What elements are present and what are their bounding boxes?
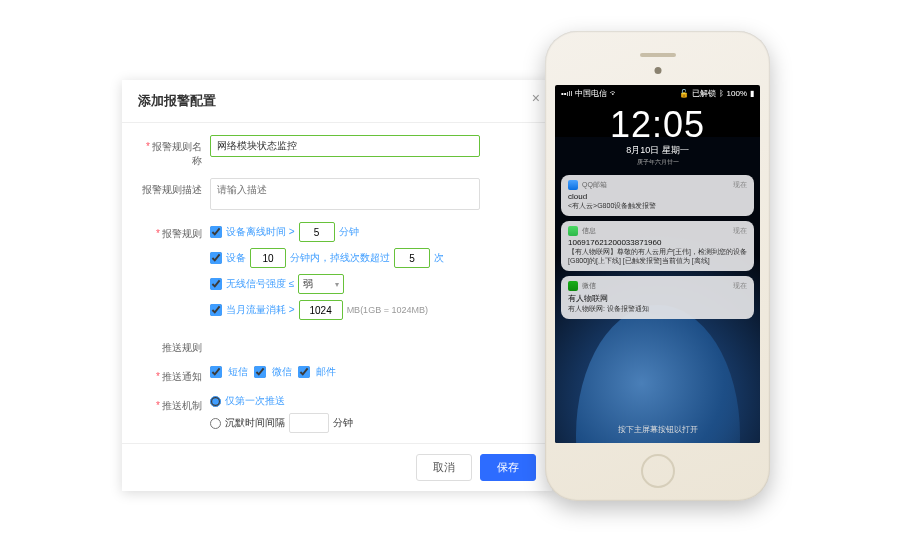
notif3-body: 有人物联网: 设备报警通知 [568, 304, 747, 313]
rule-desc-textarea[interactable] [210, 178, 480, 210]
notification-qqmail[interactable]: QQ邮箱 现在 cloud <有人云>G800设备触发报警 [561, 175, 754, 216]
push-email-checkbox[interactable] [298, 366, 310, 378]
rule1-unit: 分钟 [339, 225, 359, 239]
notification-sms[interactable]: 信息 现在 106917621200033871960 【有人物联网】尊敬的有人… [561, 221, 754, 271]
notif2-title: 106917621200033871960 [568, 238, 747, 247]
notif3-title: 有人物联网 [568, 293, 747, 304]
label-rule-desc: 报警规则描述 [138, 178, 210, 197]
notif2-body: 【有人物联网】尊敬的有人云用户[王伟]，检测到您的设备[G800]的[上下线] … [568, 247, 747, 265]
push-email-label: 邮件 [316, 365, 336, 379]
rule2-value-input[interactable] [250, 248, 286, 268]
date-label: 8月10日 星期一 [555, 144, 760, 157]
battery-icon: ▮ [750, 89, 754, 98]
rule3-select[interactable]: 弱▾ [298, 274, 344, 294]
chevron-down-icon: ▾ [335, 280, 339, 289]
wifi-icon: ᯤ [610, 89, 618, 98]
save-button[interactable]: 保存 [480, 454, 536, 481]
label-push-rules: 推送规则 [138, 336, 210, 355]
rule4-unit: MB(1GB = 1024MB) [347, 305, 428, 315]
rule4-checkbox[interactable] [210, 304, 222, 316]
push-sms-checkbox[interactable] [210, 366, 222, 378]
rule2-checkbox[interactable] [210, 252, 222, 264]
label-rule-name: *报警规则名称 [138, 135, 210, 168]
label-push-mech: *推送机制 [138, 394, 210, 413]
lunar-label: 庚子年六月廿一 [555, 158, 760, 167]
notif1-title: cloud [568, 192, 747, 201]
modal-title: 添加报警配置 [138, 92, 536, 110]
cancel-button[interactable]: 取消 [416, 454, 472, 481]
home-button[interactable] [641, 454, 675, 488]
push-wechat-checkbox[interactable] [254, 366, 266, 378]
rule2-label: 设备 [226, 251, 246, 265]
notifications: QQ邮箱 现在 cloud <有人云>G800设备触发报警 信息 现在 1069… [561, 175, 754, 319]
carrier-label: 中国电信 [575, 88, 607, 99]
label-alarm-rules: *报警规则 [138, 222, 210, 241]
rule3-checkbox[interactable] [210, 278, 222, 290]
sms-icon [568, 226, 578, 236]
rule2-unit: 次 [434, 251, 444, 265]
lock-icon: 🔓 [679, 89, 689, 98]
rule2-mid: 分钟内，掉线次数超过 [290, 251, 390, 265]
mech-silent-label: 沉默时间间隔 [225, 416, 285, 430]
notification-wechat[interactable]: 微信 现在 有人物联网 有人物联网: 设备报警通知 [561, 276, 754, 319]
modal-header: 添加报警配置 × [122, 80, 552, 123]
label-push-notify: *推送通知 [138, 365, 210, 384]
phone-screen: ••ıll 中国电信 ᯤ 🔓 已解锁 ᛒ 100% ▮ 12:05 8月10日 … [555, 85, 760, 443]
rule2-value2-input[interactable] [394, 248, 430, 268]
notif2-app: 信息 [582, 226, 596, 236]
modal-body: *报警规则名称 报警规则描述 *报警规则 设备离线时间 > 分钟 [122, 123, 552, 438]
push-sms-label: 短信 [228, 365, 248, 379]
rule4-value-input[interactable] [299, 300, 343, 320]
notif2-time: 现在 [733, 226, 747, 236]
mech-silent-input[interactable] [289, 413, 329, 433]
mech-silent-radio[interactable] [210, 418, 221, 429]
lock-clock: 12:05 8月10日 星期一 庚子年六月廿一 [555, 104, 760, 167]
unlock-hint: 按下主屏幕按钮以打开 [555, 424, 760, 435]
signal-icon: ••ıll [561, 89, 572, 98]
rule1-label: 设备离线时间 > [226, 225, 295, 239]
phone-mockup: ••ıll 中国电信 ᯤ 🔓 已解锁 ᛒ 100% ▮ 12:05 8月10日 … [545, 31, 770, 501]
alarm-config-modal: 添加报警配置 × *报警规则名称 报警规则描述 *报警规则 设备离线时间 > 分 [122, 80, 552, 491]
close-icon[interactable]: × [532, 90, 540, 106]
battery-label: 100% [727, 89, 747, 98]
mech-silent-unit: 分钟 [333, 416, 353, 430]
rule1-value-input[interactable] [299, 222, 335, 242]
notif3-app: 微信 [582, 281, 596, 291]
time-label: 12:05 [555, 104, 760, 146]
bluetooth-icon: ᛒ [719, 89, 724, 98]
wechat-icon [568, 281, 578, 291]
rule-name-input[interactable] [210, 135, 480, 157]
mech-once-label: 仅第一次推送 [225, 394, 285, 408]
notif3-time: 现在 [733, 281, 747, 291]
status-bar: ••ıll 中国电信 ᯤ 🔓 已解锁 ᛒ 100% ▮ [555, 85, 760, 102]
notif1-body: <有人云>G800设备触发报警 [568, 201, 747, 210]
qqmail-icon [568, 180, 578, 190]
locked-label: 已解锁 [692, 88, 716, 99]
phone-speaker [640, 53, 676, 57]
rule1-checkbox[interactable] [210, 226, 222, 238]
modal-footer: 取消 保存 [122, 443, 552, 491]
notif1-time: 现在 [733, 180, 747, 190]
rule3-label: 无线信号强度 ≤ [226, 277, 294, 291]
push-wechat-label: 微信 [272, 365, 292, 379]
phone-camera-icon [654, 67, 661, 74]
rule4-label: 当月流量消耗 > [226, 303, 295, 317]
mech-once-radio[interactable] [210, 396, 221, 407]
notif1-app: QQ邮箱 [582, 180, 607, 190]
